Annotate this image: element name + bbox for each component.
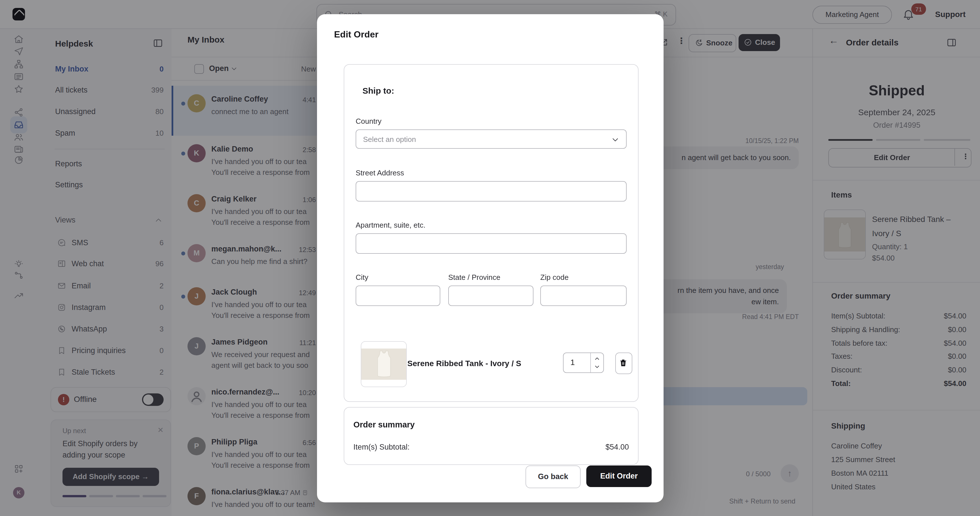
chevron-down-icon: [611, 136, 619, 144]
modal-subtotal-value: $54.00: [605, 443, 629, 451]
apartment-input[interactable]: [356, 233, 627, 254]
modal-summary-title: Order summary: [353, 420, 415, 429]
product-thumbnail: [361, 341, 407, 387]
zip-input[interactable]: [540, 286, 627, 306]
street-address-label: Street Address: [356, 168, 404, 177]
modal-subtotal-label: Item(s) Subtotal:: [353, 443, 410, 451]
line-item-name: Serene Ribbed Tank - Ivory / S: [407, 359, 521, 368]
ship-to-heading: Ship to:: [363, 86, 394, 95]
country-label: Country: [356, 117, 382, 125]
quantity-stepper[interactable]: 1: [563, 352, 604, 373]
zip-label: Zip code: [540, 273, 569, 281]
city-label: City: [356, 273, 368, 281]
street-address-input[interactable]: [356, 181, 627, 202]
ship-to-card: Ship to: Country Select an option Street…: [344, 64, 639, 402]
modal-title: Edit Order: [334, 30, 379, 40]
edit-order-modal: Edit Order Ship to: Country Select an op…: [317, 14, 663, 502]
app-root: Search ⌘ K Marketing Agent 71 Support K …: [0, 0, 980, 516]
edit-order-submit-button[interactable]: Edit Order: [586, 465, 652, 487]
state-input[interactable]: [448, 286, 533, 306]
state-label: State / Province: [448, 273, 501, 281]
stepper-buttons[interactable]: [590, 353, 603, 372]
country-select[interactable]: Select an option: [356, 129, 627, 149]
modal-order-summary-card: Order summary Item(s) Subtotal: $54.00: [344, 407, 639, 465]
delete-item-button[interactable]: [615, 352, 632, 374]
city-input[interactable]: [356, 286, 440, 306]
go-back-button[interactable]: Go back: [525, 465, 581, 488]
apartment-label: Apartment, suite, etc.: [356, 221, 426, 229]
